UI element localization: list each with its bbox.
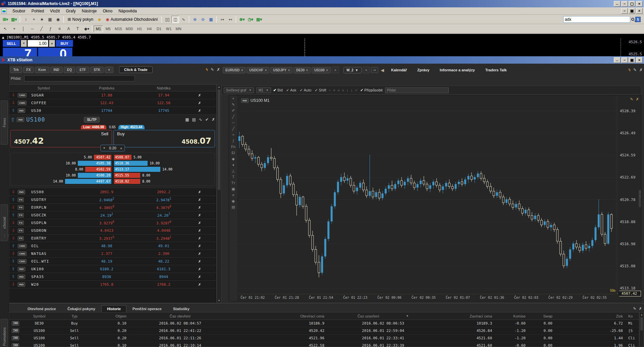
market-watch-row[interactable]: ⇩CMDSUGAR17.8817.94✗ [9, 91, 216, 99]
col-header[interactable]: Swap [529, 314, 556, 318]
vline-icon[interactable]: │ [19, 25, 27, 32]
menu-pohled[interactable]: Pohled [29, 8, 47, 14]
order-note-icon[interactable]: ▤ [192, 117, 196, 122]
chart-tool-icon-4[interactable]: ↕ [346, 88, 348, 92]
timeframe-M5[interactable]: M5 [103, 25, 113, 32]
bid-price[interactable]: 17744 [78, 109, 135, 113]
bid-price[interactable]: 48.19 [78, 259, 135, 264]
volume-icon[interactable]: ∫ [233, 139, 234, 143]
ask-price[interactable]: 17.94 [135, 93, 192, 97]
trend-icon[interactable]: ╱ [232, 127, 234, 131]
ask-price[interactable]: 3.29482 [135, 236, 192, 241]
chart-edit-icon[interactable]: ✎ [630, 97, 633, 101]
confirm-icon[interactable]: ✔ [205, 117, 209, 122]
candlestick-plot[interactable]: IND US100 M1 [238, 95, 617, 294]
panel-edit-icon[interactable]: ✎ [633, 68, 637, 72]
strategy-tester-icon[interactable]: ◉ [54, 16, 62, 23]
price-axis[interactable]: 4528.394526.494524.594522.694520.784518.… [617, 95, 641, 294]
crosshair-icon[interactable]: + [232, 97, 234, 100]
remove-symbol-button[interactable]: ✗ [192, 244, 207, 248]
tile-windows-icon[interactable]: ▦ [207, 16, 215, 23]
dom-buy-row[interactable]: 4515.558.00 [114, 173, 213, 178]
remove-symbol-button[interactable]: ✗ [192, 252, 207, 256]
buy-panel-button[interactable]: Buy4508.07 [113, 130, 215, 147]
bars-icon[interactable]: ≡ [232, 193, 234, 197]
indicators-icon[interactable]: ⊕▾ [238, 16, 246, 23]
ask-price[interactable]: 2.390 [135, 252, 192, 256]
new-order-button[interactable]: ⊞ Nový pokyn [65, 16, 95, 23]
fit-chart-label[interactable]: Přizpůsobit [364, 88, 382, 92]
menu-tab-zprávy[interactable]: Zprávy [413, 67, 434, 73]
depth-icon[interactable]: ▦ [185, 117, 189, 122]
workspace-tab[interactable]: W_2▼ [343, 67, 361, 73]
hline-icon[interactable]: ─ [232, 121, 235, 125]
col-symbol[interactable]: Symbol [9, 86, 78, 90]
mt4-maximize-button[interactable]: ▢ [629, 1, 635, 7]
col-header[interactable]: Otevírací cena [230, 314, 328, 318]
search-input[interactable] [563, 16, 630, 23]
chart-period-select[interactable]: M1▼ [256, 87, 271, 93]
market-watch-row[interactable]: ⇩FXUSDPLN3.927903.92870✗ [9, 219, 216, 227]
market-watch-scrollbar[interactable]: ▲ ▼ [217, 84, 221, 303]
chart-scrollbar-handle[interactable]: ⋮⋮ [639, 190, 641, 207]
check-ask[interactable]: ✓Ask [286, 88, 297, 92]
market-watch-row[interactable]: ⇧FXUSDTRY2.946822.94781✗ [9, 196, 216, 204]
mini-chart-icon[interactable]: ∿ [199, 117, 202, 122]
bid-price[interactable]: 48.98 [78, 244, 135, 248]
market-watch-row[interactable]: ⇩FXEURTRY3.293753.29482✗ [9, 234, 216, 242]
dom-sell-row[interactable]: 10.004505.38 [12, 161, 111, 166]
ask-price[interactable]: 6181.3 [135, 267, 192, 271]
remove-symbol-button[interactable]: ✗ [192, 213, 207, 217]
ask-price[interactable]: 1768.2 [135, 282, 192, 287]
volume-up-icon[interactable]: ▲ [120, 146, 123, 150]
remove-symbol-button[interactable]: ✗ [192, 221, 207, 225]
menu-nástroje[interactable]: Nástroje [79, 8, 100, 14]
bottom-tab-otevřené-pozice[interactable]: Otevřené pozice [22, 305, 61, 312]
shapes-icon[interactable]: ◆▾ [83, 25, 91, 32]
dom-sell-row[interactable]: 14.004497.67 [12, 179, 111, 184]
mw-tab-trh[interactable]: Trh [10, 67, 22, 73]
mdi-close-button[interactable]: × [636, 8, 643, 14]
market-watch-row[interactable]: ⇧CMDOIL48.9849.01✗ [9, 242, 216, 250]
mdi-restore-button[interactable]: ▣ [629, 8, 635, 14]
sell-button[interactable]: SELL [3, 40, 20, 47]
wave-icon[interactable]: ≈ [232, 133, 234, 137]
mw-tab-ind[interactable]: IND [50, 67, 63, 73]
mw-tab-+[interactable]: + [105, 67, 113, 73]
side-tab-forex[interactable]: Forex [1, 100, 8, 145]
timeframe-M15[interactable]: M15 [113, 25, 123, 32]
remove-symbol-button[interactable]: ✗ [192, 206, 207, 209]
menu-grafy[interactable]: Grafy [63, 8, 78, 14]
ask-price[interactable]: 4.38790 [135, 205, 192, 210]
remove-symbol-button[interactable]: ✗ [192, 101, 207, 105]
chart-tool-icon-2[interactable]: « [337, 88, 339, 92]
line-chart-icon[interactable]: ∿ [179, 16, 187, 23]
market-watch-row[interactable]: ⇩CMDCOFFEE122.43122.58✗ [9, 99, 216, 107]
auto-trading-button[interactable]: ◉ Automatické Obchodování [104, 16, 160, 23]
market-watch-row[interactable]: ⇩CMDNATGAS2.3772.390✗ [9, 250, 216, 258]
chart-shift-icon[interactable]: ↤ [226, 16, 234, 23]
mw-tab-stk[interactable]: STK [90, 67, 104, 73]
add-workspace-tab[interactable]: + [363, 67, 370, 73]
sell-panel-button[interactable]: Sell4507.42 [10, 130, 112, 147]
ask-price-box[interactable]: 4507 0 [38, 48, 72, 56]
menu-okno[interactable]: Okno [100, 8, 115, 14]
bottom-close-icon[interactable]: ✗ [639, 306, 642, 311]
crosshair-icon[interactable]: + [10, 25, 18, 32]
dom-sell-row[interactable]: 8.004502.59 [12, 167, 111, 172]
col-bid[interactable]: Poptávka [78, 86, 135, 90]
timeframe-W1[interactable]: W1 [164, 25, 173, 32]
instrument-tab-de30[interactable]: DE30x [293, 67, 311, 73]
pencil2-icon[interactable]: ✐ [232, 109, 235, 113]
new-chart-icon[interactable]: ⊞▾ [1, 16, 9, 23]
history-scrollbar[interactable]: ▲ [639, 312, 644, 347]
timeframe-MN[interactable]: MN [174, 25, 183, 32]
col-header[interactable]: Symbol [22, 314, 56, 318]
chart-type-select[interactable]: Svíčkový graf▼ [224, 87, 254, 93]
chart-tool-icon-6[interactable]: ✓ [355, 88, 358, 92]
market-watch-row[interactable]: ⇧INDSPA3589388944✗ [9, 273, 216, 281]
dom-buy-row[interactable]: 4508.075.00 [114, 155, 213, 160]
periods-icon[interactable]: ◷▾ [247, 16, 255, 23]
ask-price[interactable]: 17745 [135, 109, 192, 113]
remove-symbol-button[interactable]: ✗ [192, 93, 207, 97]
